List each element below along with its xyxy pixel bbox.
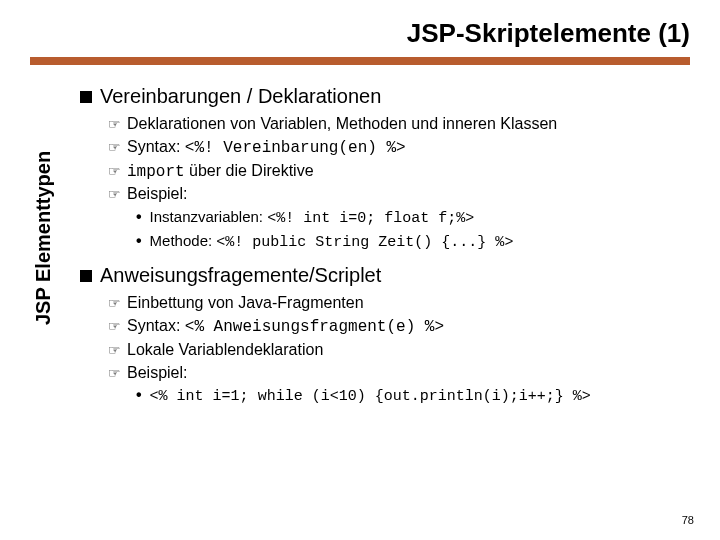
list-item: Deklarationen von Variablen, Methoden un… (108, 114, 700, 135)
sidebar-label: JSP Elementtypen (32, 151, 55, 325)
heading-text: Anweisungsfragemente/Scriplet (100, 264, 381, 286)
list-item: Syntax: <%! Vereinbarung(en) %> (108, 137, 700, 159)
sub-list-item: <% int i=1; while (i<10) {out.println(i)… (136, 385, 700, 407)
section-heading: Vereinbarungen / Deklarationen (80, 85, 700, 108)
sub-list-item: Methode: <%! public String Zeit() {...} … (136, 231, 700, 253)
list-item: Einbettung von Java-Fragmenten (108, 293, 700, 314)
page-number: 78 (682, 514, 694, 526)
sub-list-item: Instanzvariablen: <%! int i=0; float f;%… (136, 207, 700, 229)
heading-text: Vereinbarungen / Deklarationen (100, 85, 381, 107)
square-bullet-icon (80, 91, 92, 103)
list-item: Beispiel: (108, 184, 700, 205)
list-item: Beispiel: (108, 363, 700, 384)
list-item: import über die Direktive (108, 161, 700, 183)
list-item: Syntax: <% Anweisungsfragment(e) %> (108, 316, 700, 338)
content-area: JSP Elementtypen Vereinbarungen / Deklar… (0, 85, 720, 407)
title-area: JSP-Skriptelemente (1) (0, 0, 720, 57)
slide-title: JSP-Skriptelemente (1) (30, 18, 690, 49)
list-item: Lokale Variablendeklaration (108, 340, 700, 361)
section-heading: Anweisungsfragemente/Scriplet (80, 264, 700, 287)
square-bullet-icon (80, 270, 92, 282)
title-rule (30, 57, 690, 65)
